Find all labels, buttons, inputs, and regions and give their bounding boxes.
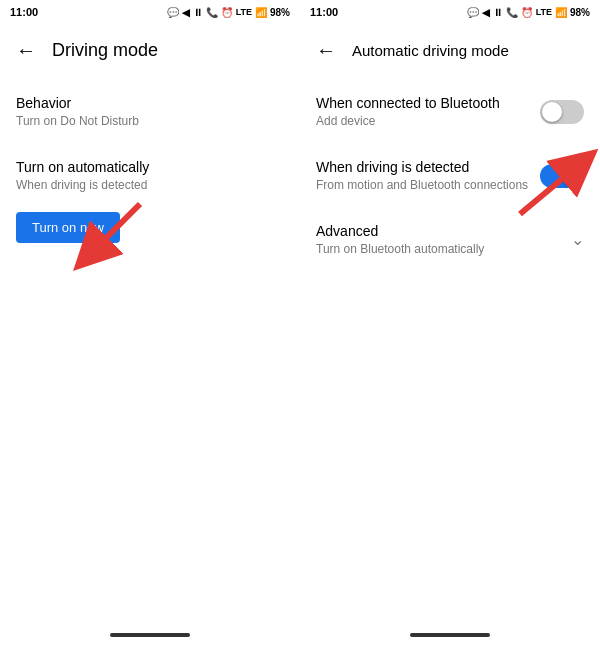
behavior-item-text: Behavior Turn on Do Not Disturb [16,94,284,130]
left-home-bar [110,633,190,637]
bluetooth-title: When connected to Bluetooth [316,94,540,112]
right-pause-icon: ⏸ [493,7,503,18]
turn-on-automatically-title: Turn on automatically [16,158,284,176]
bluetooth-item-text: When connected to Bluetooth Add device [316,94,540,130]
battery-right: 98% [570,7,590,18]
advanced-subtitle: Turn on Bluetooth automatically [316,242,571,258]
battery-left: 98% [270,7,290,18]
driving-detected-title: When driving is detected [316,158,540,176]
advanced-item-text: Advanced Turn on Bluetooth automatically [316,222,571,258]
bottom-row [0,625,600,645]
advanced-title: Advanced [316,222,571,240]
left-home-indicator [0,625,300,645]
advanced-chevron-icon: ⌄ [571,230,584,249]
driving-detected-toggle-knob [562,166,582,186]
lte-label: LTE [236,7,252,17]
right-status-icons: 💬 ◀ ⏸ 📞 ⏰ LTE 📶 98% [467,7,590,18]
turn-on-automatically-subtitle: When driving is detected [16,178,284,194]
call-icon: 📞 [206,7,218,18]
driving-detected-text: When driving is detected From motion and… [316,158,540,194]
turn-on-now-button[interactable]: Turn on now [16,212,120,243]
right-home-indicator [300,625,600,645]
right-time: 11:00 [310,6,338,18]
bluetooth-item: When connected to Bluetooth Add device [300,80,600,144]
bluetooth-toggle-knob [542,102,562,122]
right-alarm-icon: ⏰ [521,7,533,18]
driving-detected-item: When driving is detected From motion and… [300,144,600,208]
driving-detected-subtitle: From motion and Bluetooth connections [316,178,540,194]
behavior-item: Behavior Turn on Do Not Disturb [0,80,300,144]
advanced-item[interactable]: Advanced Turn on Bluetooth automatically… [300,208,600,272]
right-status-bar: 11:00 💬 ◀ ⏸ 📞 ⏰ LTE 📶 98% [300,0,600,24]
location-icon: ◀ [182,7,190,18]
behavior-title: Behavior [16,94,284,112]
bluetooth-toggle[interactable] [540,100,584,124]
right-signal-icon: 📶 [555,7,567,18]
left-time: 11:00 [10,6,38,18]
right-settings-list: When connected to Bluetooth Add device W… [300,76,600,625]
left-screen: ← Driving mode Behavior Turn on Do Not D… [0,24,300,625]
right-location-icon: ◀ [482,7,490,18]
driving-detected-toggle[interactable] [540,164,584,188]
left-back-button[interactable]: ← [16,39,36,62]
signal-icon: 📶 [255,7,267,18]
turn-on-automatically-item: Turn on automatically When driving is de… [0,144,300,208]
right-home-bar [410,633,490,637]
right-header: ← Automatic driving mode [300,24,600,76]
left-header: ← Driving mode [0,24,300,76]
left-status-bar: 11:00 💬 ◀ ⏸ 📞 ⏰ LTE 📶 98% [0,0,300,24]
turn-on-automatically-text: Turn on automatically When driving is de… [16,158,284,194]
right-lte-label: LTE [536,7,552,17]
right-call-icon: 📞 [506,7,518,18]
whatsapp-icon: 💬 [167,7,179,18]
alarm-icon: ⏰ [221,7,233,18]
behavior-subtitle: Turn on Do Not Disturb [16,114,284,130]
right-back-button[interactable]: ← [316,39,336,62]
pause-icon: ⏸ [193,7,203,18]
left-status-icons: 💬 ◀ ⏸ 📞 ⏰ LTE 📶 98% [167,7,290,18]
bluetooth-subtitle: Add device [316,114,540,130]
right-screen-title: Automatic driving mode [352,42,509,59]
left-screen-title: Driving mode [52,40,158,61]
left-settings-list: Behavior Turn on Do Not Disturb Turn on … [0,76,300,625]
right-screen: ← Automatic driving mode When connected … [300,24,600,625]
right-whatsapp-icon: 💬 [467,7,479,18]
